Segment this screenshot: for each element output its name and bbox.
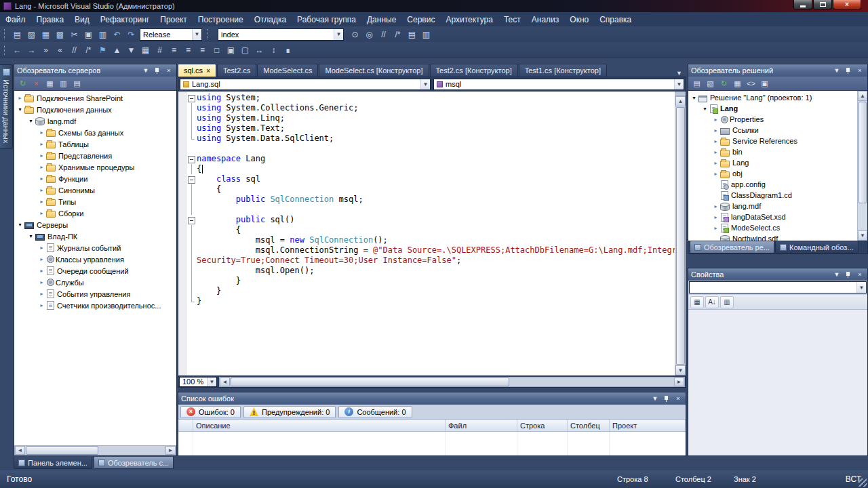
code-line[interactable]: using System.Linq; [186,113,675,123]
tree-item[interactable]: ▸Представления [14,150,176,161]
close-button[interactable]: × [833,0,861,9]
menu-Справка[interactable]: Справка [594,13,637,26]
tree-item[interactable]: ▸lang.mdf [688,201,867,211]
tree-item[interactable]: ▸obj [688,168,867,179]
column-header-Столбец[interactable]: Столбец [568,420,610,431]
expander-icon[interactable]: ▸ [38,210,45,216]
tree-item[interactable]: ▸Типы [14,196,176,207]
tree-item[interactable]: ▸Сборки [14,207,176,219]
menu-Окно[interactable]: Окно [564,13,594,26]
class-diagram-icon[interactable]: ▦ [731,77,744,89]
tree-item[interactable]: ▸Service References [688,136,867,146]
alphabetical-icon[interactable]: A↓ [705,296,719,308]
paste-icon[interactable]: ▥ [96,28,110,41]
chevron-down-icon[interactable]: ▼ [420,79,430,89]
server-explorer-hscrollbar[interactable]: ◄ ► [14,445,176,455]
menu-Архитектура[interactable]: Архитектура [440,13,498,26]
tree-item[interactable]: ▸События управления [14,288,176,300]
indent-icon[interactable]: » [39,43,53,57]
error-list-header[interactable]: Список ошибок ▼ × [178,392,686,405]
window-position-button[interactable]: ▼ [832,270,842,279]
expander-icon[interactable]: ▸ [38,256,45,262]
types-dropdown[interactable]: Lang.sql ▼ [180,79,431,90]
server-explorer-tab[interactable]: Обозреватель с... [94,457,174,469]
chevron-down-icon[interactable]: ▼ [192,29,201,40]
add-item-icon[interactable]: ▤ [10,28,24,41]
expander-icon[interactable]: ▸ [38,268,45,274]
editor-hscrollbar[interactable]: ◄ ► [219,377,685,387]
close-icon[interactable]: × [164,66,174,75]
data-sources-tab[interactable]: Источники данных [0,64,13,149]
fold-collapse-icon[interactable] [186,93,197,103]
column-header-Описание[interactable]: Описание [193,420,446,431]
code-line[interactable]: } [186,286,675,296]
tree-item[interactable]: ▾Серверы [14,219,176,230]
filter-info-button[interactable]: iСообщений: 0 [338,406,412,418]
expander-icon[interactable]: ▸ [38,245,45,251]
tree-item[interactable]: ▸Хранимые процедуры [14,161,176,173]
fold-collapse-icon[interactable] [186,174,197,184]
minimize-button[interactable] [793,0,812,9]
close-icon[interactable]: × [855,66,865,75]
expander-icon[interactable]: ▾ [701,106,709,112]
display-borders-icon[interactable]: ▦ [138,43,153,57]
pin-icon[interactable] [844,270,853,279]
save-icon[interactable]: ▦ [39,28,53,41]
prev-bookmark-icon[interactable]: ▲ [110,43,124,57]
document-tab[interactable]: Test1.cs [Конструктор] [519,64,607,77]
menu-Файл[interactable]: Файл [0,13,31,26]
find-in-files-icon[interactable]: ◎ [362,28,376,41]
snap-lines-icon[interactable]: # [153,43,167,57]
menu-Вид[interactable]: Вид [69,13,95,26]
resize-grip[interactable] [859,479,867,487]
code-text-area[interactable]: using System;using System.Collections.Ge… [186,92,675,375]
expander-icon[interactable]: ▾ [27,118,35,124]
menu-Отладка[interactable]: Отладка [249,13,292,26]
members-dropdown[interactable]: msql ▼ [433,79,684,90]
code-line[interactable]: public SqlConnection msql; [186,195,675,205]
code-line[interactable] [186,144,675,154]
menu-Рефакторинг[interactable]: Рефакторинг [95,13,155,26]
scroll-left-icon[interactable]: ◄ [15,446,25,455]
tree-item[interactable]: ClassDiagram1.cd [688,190,867,201]
new-connection-icon[interactable]: ▦ [43,77,56,89]
menu-Рабочая группа[interactable]: Рабочая группа [292,13,361,26]
connect-server-icon[interactable]: ▤ [71,77,83,89]
splitter-handle[interactable] [675,92,686,96]
expander-icon[interactable]: ▸ [38,279,45,285]
scroll-right-icon[interactable]: ► [674,378,684,386]
window-position-button[interactable]: ▼ [141,66,151,75]
expander-icon[interactable]: ▾ [16,106,24,113]
toolbar-grip[interactable] [4,29,7,39]
code-line[interactable]: } [186,296,675,306]
configuration-combobox[interactable]: Release ▼ [140,28,202,41]
menu-Построение[interactable]: Построение [193,13,249,26]
expander-icon[interactable]: ▸ [712,225,719,231]
close-icon[interactable]: × [855,270,865,279]
scroll-left-icon[interactable]: ◄ [220,378,230,386]
tree-item[interactable]: ▸Подключения SharePoint [14,92,176,104]
find-combobox[interactable]: index ▼ [218,28,344,41]
tree-item[interactable]: ▸Ссылки [688,125,867,136]
document-tab[interactable]: Test2.cs [Конструктор] [430,64,518,77]
expander-icon[interactable]: ▸ [712,149,719,155]
scroll-down-icon[interactable]: ▼ [858,230,867,241]
same-size-icon[interactable]: □ [210,43,224,57]
column-header-Проект[interactable]: Проект [610,420,686,431]
expander-icon[interactable]: ▸ [712,171,719,177]
chevron-down-icon[interactable]: ▼ [207,378,216,386]
expander-icon[interactable]: ▸ [38,291,45,297]
window-position-button[interactable]: ▼ [650,394,660,403]
code-line[interactable]: class sql [186,174,675,184]
scroll-right-icon[interactable]: ► [165,446,176,455]
code-line[interactable]: using System.Text; [186,123,675,134]
pin-icon[interactable] [153,66,162,75]
fold-collapse-icon[interactable] [186,154,197,164]
maximize-button[interactable] [813,0,832,9]
view-designer-icon[interactable]: ▣ [758,77,771,89]
toolbox-tab[interactable]: Панель элемен... [14,457,92,469]
code-line[interactable]: { [186,225,675,235]
lock-icon[interactable]: ∎ [281,43,295,57]
tree-item[interactable]: app.config [688,179,867,190]
expander-icon[interactable]: ▸ [38,187,45,193]
